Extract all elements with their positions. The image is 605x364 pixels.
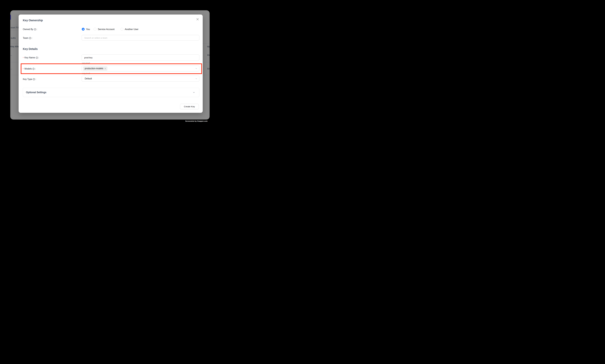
close-button[interactable]: [195, 17, 200, 22]
info-icon: [32, 68, 35, 70]
selected-model-tag: production-models: [83, 66, 107, 71]
required-asterisk: *: [23, 56, 24, 59]
table-cell-date: 11/: [207, 67, 210, 70]
radio-owned-by-service-account[interactable]: Service Account: [94, 27, 115, 31]
key-name-label: * Key Name :: [23, 56, 39, 59]
table-cell-date: 11/: [207, 54, 210, 56]
create-key-button[interactable]: Create Key: [180, 104, 199, 109]
key-type-value: Default: [82, 78, 92, 80]
optional-settings-toggle[interactable]: Optional Settings: [23, 88, 199, 97]
watermark-text: Screenshot by Xnapper.com: [185, 120, 207, 122]
optional-settings-label: Optional Settings: [26, 91, 46, 94]
key-name-required-message: required: [82, 62, 90, 65]
key-name-input[interactable]: [82, 54, 199, 61]
radio-icon: [82, 28, 85, 31]
radio-icon: [120, 28, 123, 31]
info-icon: [36, 57, 38, 59]
background-blue-button-fragment: [10, 15, 11, 20]
close-icon: [196, 18, 199, 21]
selected-model-tag-label: production-models: [85, 67, 103, 70]
results-partial-label: sults: [11, 37, 16, 39]
key-type-label: Key Type :: [23, 78, 36, 80]
required-asterisk: *: [23, 68, 24, 70]
reset-filters-partial-label: eset Filt: [11, 26, 19, 29]
key-type-select[interactable]: Default: [82, 76, 199, 82]
models-select[interactable]: production-models: [82, 65, 199, 71]
team-label: Team :: [23, 37, 32, 39]
radio-owned-by-you[interactable]: You: [82, 27, 90, 31]
screenshot-canvas: eset Filt sults Key Alia Up – 11/ – 11/ …: [0, 0, 220, 132]
chevron-down-icon: [193, 91, 195, 93]
modal-title: Key Ownership: [23, 19, 43, 22]
info-icon: [34, 28, 36, 30]
radio-label: Another User: [125, 28, 138, 31]
owned-by-label: Owned By :: [23, 28, 37, 31]
remove-tag-icon[interactable]: [104, 68, 106, 69]
info-icon: [29, 37, 31, 39]
table-cell-dash: –: [11, 68, 12, 70]
chevron-down-icon: [195, 78, 197, 80]
column-header-key-alias: Key Alia: [11, 45, 19, 48]
radio-label: Service Account: [98, 28, 115, 31]
team-select-input[interactable]: [82, 35, 199, 41]
create-key-modal: Key Ownership Owned By : You Service Acc…: [19, 14, 203, 113]
table-cell-dash: –: [11, 54, 12, 56]
chevron-down-icon: [195, 68, 197, 69]
key-details-heading: Key Details: [23, 47, 38, 51]
column-header-updated: Up: [207, 45, 210, 48]
info-icon: [33, 78, 35, 80]
models-label: * Models :: [23, 67, 36, 70]
models-required-message: required: [82, 72, 90, 75]
radio-icon: [94, 28, 96, 31]
radio-label: You: [86, 28, 90, 31]
radio-owned-by-another-user[interactable]: Another User: [120, 27, 138, 31]
